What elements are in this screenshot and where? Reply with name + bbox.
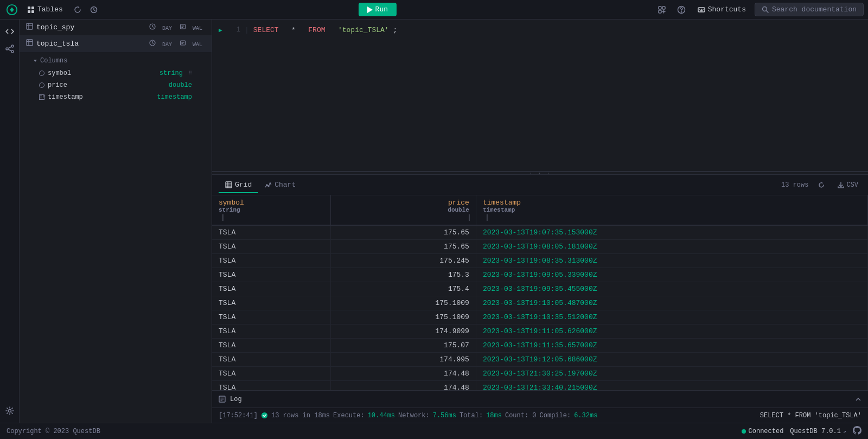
- connected-label: Connected: [749, 428, 784, 435]
- line-sep: |: [245, 26, 249, 34]
- connected-indicator: Connected: [742, 428, 784, 435]
- th-symbol-type: string: [219, 207, 324, 213]
- table-grid-icon: [26, 23, 33, 30]
- svg-rect-36: [180, 41, 185, 45]
- td-price-3: 175.3: [331, 268, 476, 282]
- td-timestamp-2: 2023-03-13T19:08:35.313000Z: [476, 254, 867, 268]
- github-btn[interactable]: [853, 426, 861, 437]
- run-button[interactable]: Run: [359, 3, 397, 16]
- th-symbol-name: symbol: [219, 199, 244, 207]
- refresh-results-btn[interactable]: [815, 180, 828, 190]
- svg-marker-39: [34, 60, 37, 62]
- th-price-resize[interactable]: |: [467, 213, 469, 221]
- chevron-up-icon[interactable]: [855, 396, 861, 403]
- td-timestamp-3: 2023-03-13T19:09:05.339000Z: [476, 268, 867, 282]
- td-symbol-11: TSLA: [212, 381, 331, 391]
- th-timestamp-resize[interactable]: |: [485, 213, 487, 221]
- kw-from: FROM: [308, 26, 325, 34]
- table-item-topic-spy[interactable]: topic_spy DAY WAL: [20, 20, 212, 36]
- badge-wal-spy: WAL: [177, 23, 205, 32]
- td-timestamp-11: 2023-03-13T21:33:40.215000Z: [476, 381, 867, 391]
- help-btn[interactable]: [674, 3, 689, 16]
- td-price-6: 175.1009: [331, 310, 476, 325]
- search-doc-btn[interactable]: Search documentation: [755, 3, 864, 16]
- td-symbol-6: TSLA: [212, 310, 331, 325]
- csv-btn[interactable]: CSV: [834, 180, 861, 190]
- data-table-wrapper[interactable]: symbol string | price double | timestamp: [212, 195, 868, 390]
- sidebar-item-code[interactable]: [2, 24, 17, 39]
- chevron-down-icon: [33, 58, 38, 63]
- column-item-timestamp[interactable]: IF timestamp timestamp: [20, 91, 212, 103]
- wal-icon-spy: [180, 23, 186, 30]
- keyboard-icon: [698, 6, 705, 14]
- th-timestamp-name: timestamp: [483, 199, 521, 207]
- sidebar-item-settings[interactable]: [2, 403, 17, 418]
- svg-rect-1: [28, 7, 30, 9]
- logo[interactable]: [4, 2, 20, 17]
- search-icon: [762, 6, 769, 13]
- log-status: [17:52:41] 13 rows in 18ms Execute: 10.4…: [212, 408, 868, 423]
- table-name-tsla: topic_tsla: [36, 40, 143, 48]
- badge-wal-tsla: WAL: [177, 39, 205, 48]
- settings-icon: [5, 406, 14, 415]
- tab-grid[interactable]: Grid: [219, 177, 258, 193]
- svg-point-51: [261, 412, 267, 418]
- table-item-topic-tsla[interactable]: topic_tsla DAY WAL: [20, 36, 212, 52]
- tab-chart[interactable]: Chart: [258, 177, 302, 193]
- tables-panel: topic_spy DAY WAL: [20, 20, 212, 423]
- log-compile-val: 6.32ms: [574, 412, 597, 419]
- table-row: TSLA175.652023-03-13T19:07:35.153000Z: [212, 225, 868, 240]
- kw-select: SELECT: [253, 26, 279, 34]
- log-count: Count: 0: [505, 412, 537, 419]
- table-row: TSLA174.482023-03-13T21:33:40.215000Z: [212, 381, 868, 391]
- plugin-btn[interactable]: [654, 3, 669, 16]
- sidebar-item-share[interactable]: [2, 41, 17, 56]
- svg-rect-9: [659, 10, 661, 13]
- svg-rect-25: [27, 23, 33, 29]
- column-item-price[interactable]: price double: [20, 79, 212, 91]
- line-arrow: ▶: [219, 27, 225, 34]
- td-timestamp-7: 2023-03-13T19:11:05.626000Z: [476, 325, 867, 339]
- svg-point-46: [270, 183, 271, 184]
- th-price[interactable]: price double |: [331, 195, 476, 225]
- th-symbol-resize[interactable]: |: [221, 213, 223, 221]
- connected-dot: [742, 429, 746, 434]
- th-symbol[interactable]: symbol string |: [212, 195, 331, 225]
- td-symbol-2: TSLA: [212, 254, 331, 268]
- clock-icon-tsla: [149, 40, 156, 46]
- td-symbol-3: TSLA: [212, 268, 331, 282]
- td-price-8: 175.07: [331, 339, 476, 353]
- refresh-btn[interactable]: [71, 4, 85, 16]
- svg-point-45: [268, 186, 269, 187]
- table-row: TSLA174.482023-03-13T21:30:25.197000Z: [212, 367, 868, 381]
- svg-rect-4: [31, 10, 34, 13]
- th-timestamp[interactable]: timestamp timestamp |: [476, 195, 867, 225]
- main-area: topic_spy DAY WAL: [0, 20, 868, 423]
- questdb-version[interactable]: QuestDB 7.0.1 ↗: [790, 428, 846, 435]
- td-price-10: 174.48: [331, 367, 476, 381]
- log-bar[interactable]: Log: [212, 390, 868, 408]
- code-editor[interactable]: ▶ 1 | SELECT * FROM 'topic_TSLA' ;: [212, 20, 868, 171]
- line-number: 1: [229, 26, 240, 34]
- wal-icon-tsla: [180, 40, 186, 46]
- td-price-1: 175.65: [331, 240, 476, 254]
- results-meta: 13 rows CSV: [781, 180, 861, 190]
- tables-nav-btn[interactable]: Tables: [22, 3, 68, 16]
- log-compile-label: Compile:: [540, 412, 571, 419]
- td-price-4: 175.4: [331, 282, 476, 296]
- shortcuts-btn[interactable]: Shortcuts: [693, 3, 750, 16]
- chart-tab-icon: [265, 181, 272, 188]
- td-price-5: 175.1009: [331, 296, 476, 310]
- table-row: TSLA174.9952023-03-13T19:12:05.686000Z: [212, 353, 868, 367]
- svg-point-44: [266, 184, 267, 186]
- kw-star: *: [291, 26, 296, 34]
- td-timestamp-9: 2023-03-13T19:12:05.686000Z: [476, 353, 867, 367]
- footer-right: Connected QuestDB 7.0.1 ↗: [742, 426, 861, 437]
- history-btn[interactable]: [87, 4, 101, 16]
- column-item-symbol[interactable]: symbol string ⠿: [20, 67, 212, 79]
- external-link-icon: ↗: [843, 428, 846, 435]
- footer-copyright: Copyright © 2023 QuestDB: [7, 428, 742, 435]
- col-type-symbol: string: [159, 69, 183, 77]
- th-price-name: price: [448, 199, 469, 207]
- tab-grid-label: Grid: [235, 181, 252, 189]
